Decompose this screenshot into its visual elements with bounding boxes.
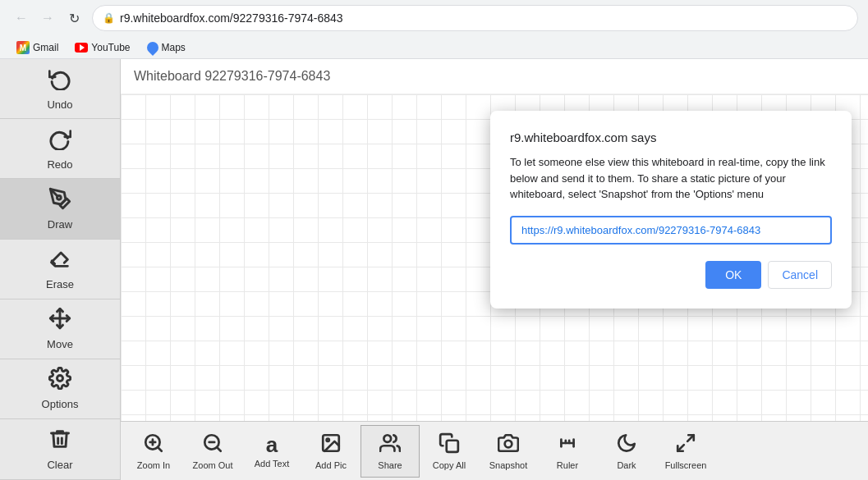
sidebar-btn-clear[interactable]: Clear [0, 419, 120, 480]
svg-point-3 [57, 376, 63, 382]
refresh-button[interactable]: ↻ [62, 7, 85, 30]
maps-label: Maps [162, 42, 186, 53]
clear-label: Clear [47, 459, 72, 471]
move-label: Move [47, 338, 73, 350]
svg-point-15 [505, 440, 512, 447]
zoom-out-button[interactable]: Zoom Out [183, 425, 242, 478]
whiteboard-title: Whiteboard 92279316-7974-6843 [134, 69, 330, 83]
undo-label: Undo [47, 98, 72, 111]
bookmark-gmail[interactable]: M Gmail [10, 39, 65, 56]
gmail-icon: M [16, 41, 30, 54]
add-text-button[interactable]: a Add Text [242, 425, 301, 478]
youtube-icon [75, 43, 88, 53]
erase-label: Erase [46, 278, 74, 290]
add-text-icon: a [266, 434, 278, 455]
browser-chrome: ← → ↻ 🔒 r9.whiteboardfox.com/92279316-79… [0, 0, 868, 59]
dark-label: Dark [617, 460, 636, 470]
canvas-grid[interactable]: r9.whiteboardfox.com says To let someone… [121, 94, 868, 421]
nav-buttons: ← → ↻ [10, 7, 85, 30]
dark-icon [616, 432, 637, 457]
svg-line-5 [158, 447, 162, 451]
dialog-buttons: OK Cancel [510, 261, 832, 289]
youtube-label: YouTube [91, 42, 130, 53]
gmail-label: Gmail [33, 42, 58, 53]
forward-button[interactable]: → [36, 7, 59, 30]
canvas-area: Whiteboard 92279316-7974-6843 r9.whitebo… [121, 59, 868, 480]
share-label: Share [378, 460, 402, 470]
options-icon [48, 367, 71, 395]
dialog-message: To let someone else view this whiteboard… [510, 154, 832, 203]
snapshot-icon [498, 432, 519, 457]
svg-point-12 [327, 438, 329, 441]
sidebar-btn-draw[interactable]: Draw [0, 179, 120, 239]
add-pic-icon [320, 432, 342, 457]
sidebar-bottom: Clear [0, 419, 120, 480]
dialog-title: r9.whiteboardfox.com says [510, 130, 832, 144]
back-button[interactable]: ← [10, 7, 33, 30]
zoom-in-button[interactable]: Zoom In [124, 425, 183, 478]
draw-icon [48, 187, 71, 215]
move-icon [48, 307, 71, 335]
snapshot-label: Snapshot [489, 460, 527, 470]
svg-point-0 [57, 195, 62, 199]
ruler-button[interactable]: Ruler [538, 425, 597, 478]
zoom-out-icon [202, 432, 223, 457]
lock-icon: 🔒 [103, 12, 115, 24]
dialog-ok-button[interactable]: OK [705, 261, 761, 289]
redo-label: Redo [47, 158, 72, 171]
ruler-icon [557, 432, 578, 457]
sidebar-btn-move[interactable]: Move [0, 299, 120, 359]
sidebar-btn-erase[interactable]: Erase [0, 240, 120, 299]
sidebar-btn-undo[interactable]: Undo [0, 59, 120, 119]
bookmarks-bar: M Gmail YouTube Maps [0, 36, 868, 59]
options-label: Options [42, 398, 79, 410]
add-text-label: Add Text [255, 459, 290, 469]
clear-icon [48, 427, 71, 455]
fullscreen-label: Fullscreen [665, 460, 707, 470]
app-container: Undo Redo Draw [0, 59, 868, 480]
canvas-header: Whiteboard 92279316-7974-6843 [121, 59, 868, 94]
dialog-overlay: r9.whiteboardfox.com says To let someone… [121, 94, 868, 421]
svg-point-13 [383, 435, 391, 442]
zoom-out-label: Zoom Out [193, 460, 233, 470]
share-icon [379, 432, 401, 457]
bottom-toolbar: Zoom In Zoom Out a Add Text [121, 421, 868, 480]
undo-icon [48, 67, 71, 95]
zoom-in-icon [143, 432, 164, 457]
dialog-link-input[interactable] [510, 216, 832, 245]
redo-icon [48, 127, 71, 155]
ruler-label: Ruler [557, 460, 578, 470]
browser-toolbar: ← → ↻ 🔒 r9.whiteboardfox.com/92279316-79… [0, 0, 868, 36]
draw-label: Draw [48, 218, 72, 231]
fullscreen-button[interactable]: Fullscreen [656, 425, 715, 478]
address-text: r9.whiteboardfox.com/92279316-7974-6843 [120, 11, 343, 25]
erase-icon [48, 247, 71, 275]
svg-line-9 [217, 447, 221, 451]
address-bar[interactable]: 🔒 r9.whiteboardfox.com/92279316-7974-684… [92, 5, 858, 31]
snapshot-button[interactable]: Snapshot [479, 425, 538, 478]
sidebar: Undo Redo Draw [0, 59, 121, 480]
maps-icon [145, 39, 161, 56]
dialog-cancel-button[interactable]: Cancel [768, 261, 832, 289]
add-pic-button[interactable]: Add Pic [301, 425, 361, 478]
share-button[interactable]: Share [361, 425, 420, 478]
dark-button[interactable]: Dark [597, 425, 656, 478]
dialog-box: r9.whiteboardfox.com says To let someone… [490, 111, 852, 309]
copy-all-label: Copy All [433, 460, 466, 470]
bookmark-youtube[interactable]: YouTube [68, 40, 136, 55]
copy-all-icon [439, 432, 460, 457]
add-pic-label: Add Pic [315, 460, 347, 470]
fullscreen-icon [675, 432, 696, 457]
zoom-in-label: Zoom In [137, 460, 170, 470]
sidebar-btn-options[interactable]: Options [0, 359, 120, 419]
bookmark-maps[interactable]: Maps [140, 40, 192, 55]
sidebar-btn-redo[interactable]: Redo [0, 119, 120, 179]
copy-all-button[interactable]: Copy All [420, 425, 479, 478]
svg-rect-14 [447, 440, 458, 451]
